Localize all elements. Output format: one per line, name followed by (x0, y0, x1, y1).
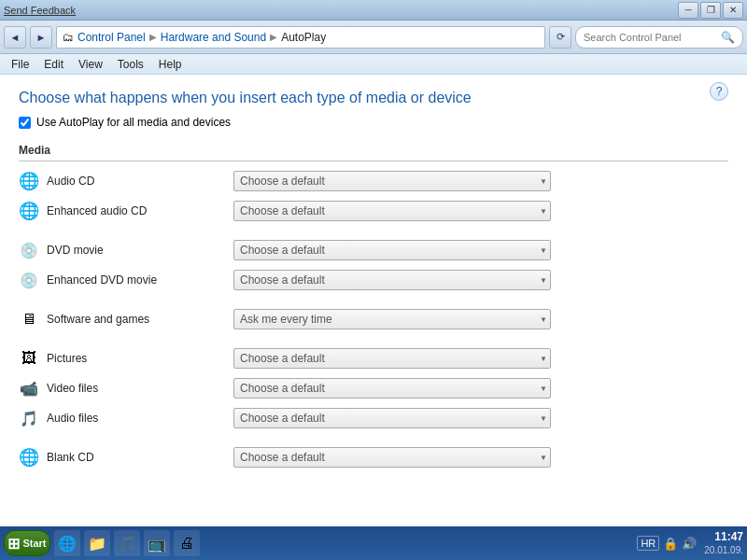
minimize-button[interactable]: ─ (678, 2, 698, 19)
breadcrumb-current: AutoPlay (281, 31, 326, 44)
menu-file[interactable]: File (4, 56, 36, 73)
volume-icon[interactable]: 🔊 (682, 537, 697, 551)
taskbar-ie-icon[interactable]: 🌐 (54, 530, 80, 556)
blank-cd-select[interactable]: Choose a default Ask me every time Take … (233, 447, 551, 468)
menu-view[interactable]: View (71, 56, 110, 73)
taskbar-right: HR 🔒 🔊 11:47 20.01.09. (637, 530, 743, 557)
breadcrumb-control-panel[interactable]: Control Panel (78, 31, 146, 44)
menu-bar: File Edit View Tools Help (0, 54, 747, 75)
title-bar: Send Feedback ─ ❐ ✕ (0, 0, 747, 21)
enhanced-dvd-icon: 💿 (19, 270, 39, 290)
media-row-dvd-movie: 💿 DVD movie Choose a default Ask me ever… (19, 238, 728, 262)
main-area: Choose what happens when you insert each… (0, 75, 747, 530)
audio-cd-label: Audio CD (47, 175, 233, 188)
audio-files-select[interactable]: Choose a default Ask me every time Take … (233, 408, 551, 428)
address-bar: ◄ ► 🗂 Control Panel ▶ Hardware and Sound… (0, 21, 747, 54)
software-select[interactable]: Ask me every time Choose a default Take … (233, 309, 551, 329)
autoplay-label[interactable]: Use AutoPlay for all media and devices (36, 116, 231, 129)
breadcrumb: 🗂 Control Panel ▶ Hardware and Sound ▶ A… (56, 26, 545, 49)
network-icon: 🔒 (663, 537, 678, 551)
section-media-label: Media (19, 144, 728, 161)
pictures-icon: 🖼 (19, 348, 39, 369)
pictures-select-wrapper: Choose a default Ask me every time Take … (233, 348, 551, 369)
software-select-wrapper: Ask me every time Choose a default Take … (233, 309, 551, 329)
video-icon: 📹 (19, 378, 39, 399)
breadcrumb-hardware-sound[interactable]: Hardware and Sound (161, 31, 266, 44)
enhanced-dvd-label: Enhanced DVD movie (47, 273, 233, 287)
media-row-software: 🖥 Software and games Ask me every time C… (19, 307, 728, 331)
audio-files-select-wrapper: Choose a default Ask me every time Take … (233, 408, 551, 428)
software-label: Software and games (47, 313, 233, 326)
enhanced-audio-cd-select-wrapper: Choose a default Ask me every time Take … (233, 201, 551, 221)
blank-cd-label: Blank CD (47, 451, 233, 464)
autoplay-checkbox[interactable] (19, 117, 31, 129)
back-button[interactable]: ◄ (4, 26, 26, 49)
audio-cd-select[interactable]: Choose a default Ask me every time Take … (233, 171, 551, 191)
media-row-blank-cd: 🌐 Blank CD Choose a default Ask me every… (19, 445, 728, 469)
media-row-enhanced-dvd: 💿 Enhanced DVD movie Choose a default As… (19, 268, 728, 292)
spacer-4 (19, 436, 728, 445)
video-label: Video files (47, 382, 233, 395)
locale-indicator: HR (637, 536, 659, 551)
refresh-button[interactable]: ⟳ (549, 26, 571, 49)
search-input[interactable] (584, 32, 721, 43)
blank-cd-select-wrapper: Choose a default Ask me every time Take … (233, 447, 551, 468)
enhanced-audio-cd-label: Enhanced audio CD (47, 204, 233, 217)
menu-tools[interactable]: Tools (110, 56, 151, 73)
menu-help[interactable]: Help (151, 56, 190, 73)
taskbar-tv-icon[interactable]: 📺 (144, 530, 170, 556)
taskbar-printer-icon[interactable]: 🖨 (174, 530, 200, 556)
breadcrumb-icon: 🗂 (63, 31, 74, 44)
windows-logo: ⊞ (7, 535, 20, 553)
system-tray-icons: HR 🔒 🔊 (637, 536, 697, 551)
clock-time: 11:47 (704, 530, 743, 545)
media-row-audio-cd: 🌐 Audio CD Choose a default Ask me every… (19, 169, 728, 193)
taskbar-media-icon[interactable]: 🎵 (114, 530, 140, 556)
enhanced-audio-cd-select[interactable]: Choose a default Ask me every time Take … (233, 201, 551, 221)
restore-button[interactable]: ❐ (700, 2, 721, 19)
content-pane: Choose what happens when you insert each… (0, 75, 747, 530)
media-row-audio-files: 🎵 Audio files Choose a default Ask me ev… (19, 406, 728, 430)
video-select-wrapper: Choose a default Ask me every time Take … (233, 378, 551, 399)
audio-cd-select-wrapper: Choose a default Ask me every time Take … (233, 171, 551, 191)
page-title: Choose what happens when you insert each… (19, 90, 728, 106)
enhanced-dvd-select-wrapper: Choose a default Ask me every time Take … (233, 270, 551, 290)
start-label: Start (22, 538, 46, 549)
pictures-select[interactable]: Choose a default Ask me every time Take … (233, 348, 551, 369)
video-select[interactable]: Choose a default Ask me every time Take … (233, 378, 551, 399)
search-box: 🔍 (575, 26, 743, 49)
spacer-2 (19, 298, 728, 307)
help-icon[interactable]: ? (710, 82, 728, 101)
taskbar: ⊞ Start 🌐 📁 🎵 📺 🖨 HR 🔒 🔊 11:47 20.01.09. (0, 526, 747, 560)
spacer-3 (19, 337, 728, 346)
title-bar-buttons: ─ ❐ ✕ (678, 2, 743, 19)
dvd-movie-label: DVD movie (47, 244, 233, 257)
dvd-movie-select[interactable]: Choose a default Ask me every time Take … (233, 240, 551, 260)
close-button[interactable]: ✕ (723, 2, 743, 19)
dvd-movie-icon: 💿 (19, 240, 39, 260)
audio-files-label: Audio files (47, 412, 233, 425)
media-row-enhanced-audio-cd: 🌐 Enhanced audio CD Choose a default Ask… (19, 199, 728, 223)
autoplay-checkbox-row: Use AutoPlay for all media and devices (19, 116, 728, 129)
title-bar-label[interactable]: Send Feedback (4, 5, 76, 16)
forward-button[interactable]: ► (30, 26, 52, 49)
audio-files-icon: 🎵 (19, 408, 39, 428)
enhanced-audio-cd-icon: 🌐 (19, 201, 39, 221)
pictures-label: Pictures (47, 352, 233, 365)
media-row-video: 📹 Video files Choose a default Ask me ev… (19, 376, 728, 400)
clock: 11:47 20.01.09. (704, 530, 743, 557)
start-button[interactable]: ⊞ Start (4, 530, 50, 556)
menu-edit[interactable]: Edit (36, 56, 71, 73)
search-icon: 🔍 (721, 31, 735, 44)
media-row-pictures: 🖼 Pictures Choose a default Ask me every… (19, 346, 728, 371)
spacer-1 (19, 229, 728, 238)
breadcrumb-sep-1: ▶ (149, 32, 157, 42)
dvd-movie-select-wrapper: Choose a default Ask me every time Take … (233, 240, 551, 260)
breadcrumb-sep-2: ▶ (270, 32, 277, 42)
blank-cd-icon: 🌐 (19, 447, 39, 468)
software-icon: 🖥 (19, 309, 39, 329)
clock-date: 20.01.09. (704, 544, 743, 556)
taskbar-explorer-icon[interactable]: 📁 (84, 530, 110, 556)
enhanced-dvd-select[interactable]: Choose a default Ask me every time Take … (233, 270, 551, 290)
audio-cd-icon: 🌐 (19, 171, 39, 191)
